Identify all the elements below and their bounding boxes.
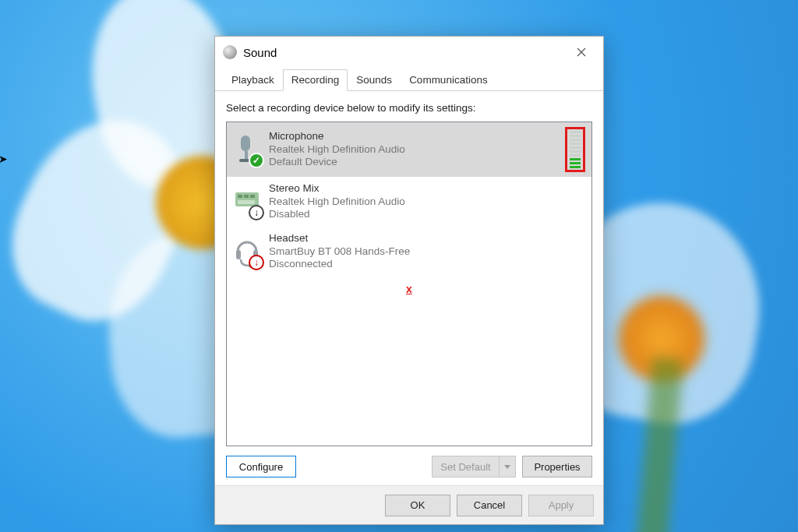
- chevron-down-icon: [504, 465, 510, 469]
- ok-button[interactable]: OK: [385, 495, 450, 516]
- status-badge-default-icon: [249, 153, 264, 168]
- device-driver: Realtek High Definition Audio: [269, 196, 585, 209]
- status-badge-disconnected-icon: [249, 255, 264, 270]
- status-badge-disabled-icon: [249, 205, 264, 220]
- tab-content: Select a recording device below to modif…: [215, 91, 603, 485]
- tab-playback[interactable]: Playback: [223, 69, 283, 91]
- svg-rect-8: [236, 250, 241, 259]
- dialog-title: Sound: [243, 46, 564, 59]
- close-icon: [577, 48, 586, 57]
- soundcard-icon: [233, 185, 261, 219]
- configure-button[interactable]: Configure: [226, 456, 296, 477]
- cancel-button[interactable]: Cancel: [457, 495, 522, 516]
- svg-rect-0: [241, 136, 250, 151]
- instruction-text: Select a recording device below to modif…: [226, 102, 592, 114]
- device-list[interactable]: Microphone Realtek High Definition Audio…: [226, 122, 592, 446]
- properties-button[interactable]: Properties: [522, 456, 592, 477]
- apply-button: Apply: [528, 495, 594, 516]
- device-item-microphone[interactable]: Microphone Realtek High Definition Audio…: [227, 122, 591, 177]
- svg-rect-7: [238, 200, 255, 204]
- svg-rect-1: [245, 151, 248, 159]
- device-text: Microphone Realtek High Definition Audio…: [269, 130, 557, 170]
- sound-dialog: Sound Playback Recording Sounds Communic…: [214, 36, 604, 525]
- set-default-split-button: Set Default: [432, 456, 516, 477]
- headset-icon: [233, 234, 261, 269]
- sound-icon: [223, 45, 237, 59]
- level-meter-highlight: [565, 127, 585, 172]
- device-driver: Realtek High Definition Audio: [269, 143, 557, 157]
- microphone-icon: [233, 132, 261, 167]
- svg-rect-6: [250, 195, 255, 198]
- lower-button-row: Configure Set Default Properties: [226, 446, 592, 477]
- tab-recording[interactable]: Recording: [283, 69, 348, 91]
- titlebar[interactable]: Sound: [215, 37, 603, 68]
- set-default-button: Set Default: [432, 456, 499, 477]
- device-name: Microphone: [269, 130, 557, 143]
- device-item-headset[interactable]: Headset SmartBuy BT 008 Hands-Free Disco…: [227, 227, 591, 277]
- svg-rect-5: [244, 195, 249, 198]
- device-text: Stereo Mix Realtek High Definition Audio…: [269, 182, 585, 222]
- device-status: Default Device: [269, 156, 557, 169]
- dialog-footer: OK Cancel Apply: [215, 485, 603, 524]
- svg-rect-4: [238, 195, 242, 198]
- device-text: Headset SmartBuy BT 008 Hands-Free Disco…: [269, 232, 585, 272]
- tab-communications[interactable]: Communications: [401, 69, 496, 91]
- device-item-stereo-mix[interactable]: Stereo Mix Realtek High Definition Audio…: [227, 177, 591, 227]
- device-driver: SmartBuy BT 008 Hands-Free: [269, 245, 585, 259]
- annotation-x-mark: x: [406, 283, 412, 295]
- set-default-dropdown[interactable]: [499, 456, 516, 477]
- device-name: Stereo Mix: [269, 182, 585, 196]
- tab-sounds[interactable]: Sounds: [348, 69, 401, 91]
- tab-strip: Playback Recording Sounds Communications: [215, 68, 603, 91]
- device-status: Disconnected: [269, 258, 585, 271]
- mouse-cursor-icon: ➤: [0, 153, 8, 165]
- device-status: Disabled: [269, 208, 585, 221]
- device-name: Headset: [269, 232, 585, 245]
- close-button[interactable]: [564, 37, 598, 68]
